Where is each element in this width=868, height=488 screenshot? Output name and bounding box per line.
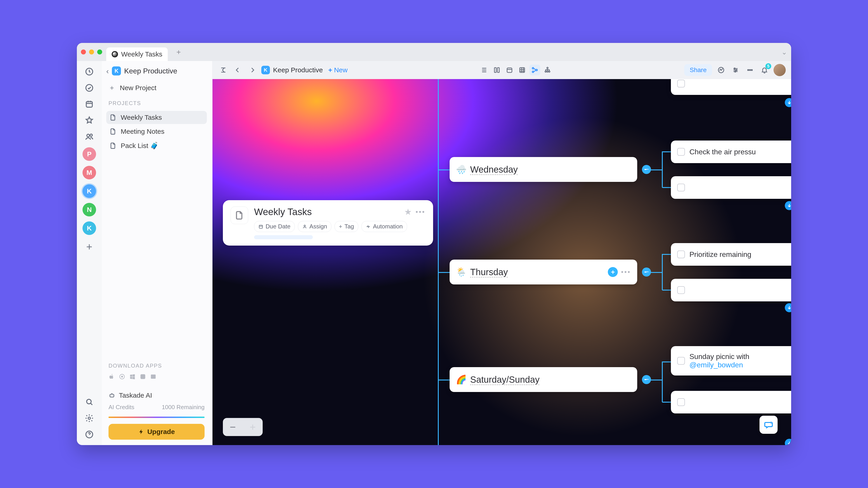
checkbox[interactable] xyxy=(677,398,685,406)
task-check-air[interactable]: Check the air pressu xyxy=(671,140,791,163)
mindmap-view-icon[interactable] xyxy=(529,65,540,75)
favorite-star-icon[interactable]: ★ xyxy=(404,207,412,217)
root-more-icon[interactable]: ••• xyxy=(415,208,426,216)
node-thursday[interactable]: 🌦️ Thursday + ••• xyxy=(450,260,637,285)
collapse-sidebar-icon[interactable] xyxy=(218,65,229,75)
window-maximize[interactable] xyxy=(97,50,102,55)
list-view-icon[interactable] xyxy=(479,65,490,75)
nav-forward-icon[interactable] xyxy=(247,65,258,75)
svg-rect-11 xyxy=(151,375,156,379)
pill-placeholder xyxy=(254,235,313,239)
root-node[interactable]: Weekly Tasks ★ ••• Due Date Assign +Tag … xyxy=(223,200,433,246)
workspace-k-active[interactable]: K xyxy=(83,184,96,198)
node-menu-icon[interactable]: ••• xyxy=(621,268,631,276)
expand-down-1[interactable] xyxy=(785,98,791,107)
users-icon[interactable] xyxy=(84,131,95,142)
tab-weekly-tasks[interactable]: Weekly Tasks xyxy=(106,47,168,61)
nav-rail: P M K N K + xyxy=(77,61,102,445)
pill-due-date[interactable]: Due Date xyxy=(254,221,295,232)
download-apps-row xyxy=(106,373,207,381)
workspace-k2[interactable]: K xyxy=(83,221,96,235)
table-view-icon[interactable] xyxy=(517,65,528,75)
pill-tag[interactable]: +Tag xyxy=(335,221,358,232)
new-tab-button[interactable]: + xyxy=(172,48,185,57)
project-pack-list[interactable]: Pack List 🧳 xyxy=(106,139,207,152)
checkbox[interactable] xyxy=(677,286,685,294)
expand-down-2[interactable] xyxy=(785,201,791,210)
add-child-button[interactable]: + xyxy=(608,267,618,277)
window-close[interactable] xyxy=(81,50,86,55)
checkbox[interactable] xyxy=(677,148,685,156)
svg-rect-12 xyxy=(110,394,114,397)
expand-down-3[interactable] xyxy=(785,303,791,312)
board-view-icon[interactable] xyxy=(491,65,502,75)
window-minimize[interactable] xyxy=(89,50,94,55)
clock-icon[interactable] xyxy=(84,66,95,77)
svg-point-32 xyxy=(304,225,305,226)
task-empty-weekend[interactable] xyxy=(671,391,791,414)
svg-point-6 xyxy=(88,417,90,419)
checkmark-circle-icon[interactable] xyxy=(84,82,95,94)
checkbox[interactable] xyxy=(677,251,685,258)
task-empty-wed[interactable] xyxy=(671,176,791,199)
star-icon[interactable] xyxy=(84,115,95,126)
upgrade-button[interactable]: Upgrade xyxy=(108,424,205,440)
workspace-n[interactable]: N xyxy=(83,203,96,217)
adjust-icon[interactable] xyxy=(730,65,741,75)
image-icon[interactable] xyxy=(150,373,156,381)
mention[interactable]: @emily_bowden xyxy=(689,361,743,369)
svg-point-22 xyxy=(547,71,548,72)
task-sunday-picnic[interactable]: Sunday picnic with@emily_bowden xyxy=(671,346,791,376)
settings-gear-icon[interactable] xyxy=(84,413,95,424)
workspace-m[interactable]: M xyxy=(83,166,96,180)
node-weekend[interactable]: 🌈 Saturday/Sunday xyxy=(450,367,637,392)
zoom-in-button[interactable]: + xyxy=(250,421,256,433)
ai-credits-label: AI Credits xyxy=(108,404,134,411)
node-wednesday[interactable]: 🌧️ Wednesday xyxy=(450,157,637,182)
task-prioritize[interactable]: Prioritize remaining xyxy=(671,243,791,266)
calendar-icon[interactable] xyxy=(84,98,95,110)
new-project-button[interactable]: ＋ New Project xyxy=(106,80,207,96)
view-switcher xyxy=(479,65,553,75)
titlebar-chevron-icon[interactable]: ⌄ xyxy=(781,48,787,56)
checkbox[interactable] xyxy=(677,184,685,191)
chrome-icon[interactable] xyxy=(119,373,125,381)
help-icon[interactable] xyxy=(84,429,95,440)
pill-assign[interactable]: Assign xyxy=(298,221,331,232)
pill-automation[interactable]: Automation xyxy=(362,221,407,232)
calendar-view-icon[interactable] xyxy=(504,65,515,75)
workspace-name[interactable]: Keep Productive xyxy=(124,67,177,75)
share-button[interactable]: Share xyxy=(684,64,712,76)
expand-down-4[interactable] xyxy=(785,439,791,445)
breadcrumb[interactable]: K Keep Productive xyxy=(261,66,323,74)
add-workspace-button[interactable]: + xyxy=(83,240,96,254)
download-section-label: DOWNLOAD APPS xyxy=(106,363,207,369)
new-button[interactable]: +New xyxy=(328,66,348,74)
projects-section-label: PROJECTS xyxy=(106,100,207,106)
svg-point-3 xyxy=(87,134,90,137)
checkbox[interactable] xyxy=(677,357,685,365)
checkbox[interactable] xyxy=(677,80,685,88)
activity-icon[interactable] xyxy=(716,65,726,75)
windows-icon[interactable] xyxy=(129,373,135,381)
appstore-icon[interactable] xyxy=(140,373,146,381)
more-icon[interactable] xyxy=(745,65,755,75)
user-avatar[interactable] xyxy=(774,64,786,76)
project-weekly-tasks[interactable]: Weekly Tasks xyxy=(106,111,207,124)
task-partial-top[interactable] xyxy=(671,79,791,95)
nav-back-icon[interactable] xyxy=(232,65,243,75)
workspace-p[interactable]: P xyxy=(83,147,96,161)
task-empty-thu[interactable] xyxy=(671,279,791,301)
mindmap-canvas[interactable]: 🌧️ Wednesday − Check the air pressu 🌦️ T… xyxy=(213,79,791,445)
notifications-icon[interactable]: 5 xyxy=(759,65,770,75)
search-icon[interactable] xyxy=(84,396,95,408)
project-meeting-notes[interactable]: Meeting Notes xyxy=(106,125,207,138)
plus-small-icon: + xyxy=(339,223,342,230)
chat-button[interactable] xyxy=(760,416,778,434)
apple-icon[interactable] xyxy=(108,373,115,381)
back-chevron-icon[interactable]: ‹ xyxy=(106,67,109,75)
document-icon xyxy=(110,114,117,121)
zoom-out-button[interactable]: − xyxy=(230,421,236,433)
taskade-ai-row[interactable]: Taskade AI xyxy=(106,392,207,399)
orgchart-view-icon[interactable] xyxy=(542,65,553,75)
